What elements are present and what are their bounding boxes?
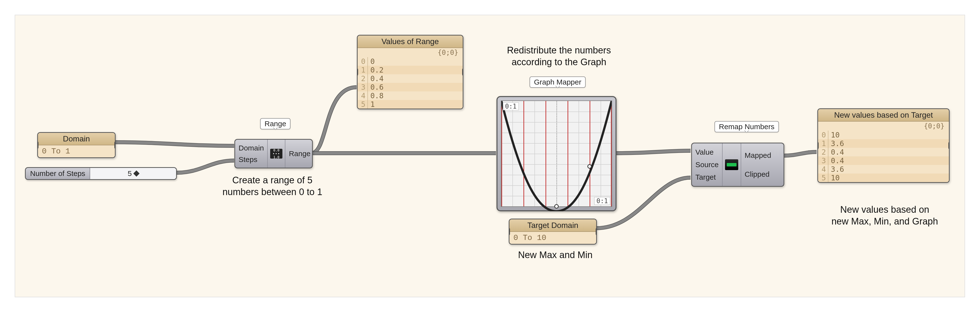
target-annotation: New Max and Min — [506, 249, 604, 261]
target-domain-title: Target Domain — [509, 220, 596, 232]
list-item: 51 — [358, 100, 463, 108]
panel-grip-right[interactable] — [948, 141, 950, 150]
graph-handle[interactable] — [587, 164, 592, 169]
range-center: 0.0 ••• 1.0 — [267, 140, 285, 168]
list-item: 10.2 — [358, 66, 463, 74]
values-panel-title: Values of Range — [358, 35, 463, 48]
range-annotation: Create a range of 5 numbers between 0 to… — [209, 175, 336, 198]
domain-panel-value: 0 To 1 — [38, 145, 115, 158]
remap-output-clipped[interactable]: Clipped — [745, 170, 771, 178]
graph-x-tag: 0:1 — [503, 102, 519, 110]
range-component[interactable]: Domain Steps 0.0 ••• 1.0 Range — [234, 139, 313, 169]
output-panel[interactable]: New values based on Target {0;0} 010 13.… — [817, 108, 950, 183]
slider-handle-icon[interactable] — [133, 170, 139, 177]
graph-handle[interactable] — [554, 204, 559, 209]
graph-mapper-label-bubble: Graph Mapper — [530, 76, 585, 88]
remap-output-mapped[interactable]: Mapped — [745, 151, 771, 159]
range-label-bubble: Range — [260, 118, 291, 129]
values-panel[interactable]: Values of Range {0;0} 00 10.2 20.4 30.6 … — [357, 35, 463, 109]
domain-panel-title: Domain — [38, 133, 115, 145]
output-panel-rows: 010 13.6 20.4 30.4 43.6 510 — [818, 131, 949, 182]
output-panel-title: New values based on Target — [818, 109, 949, 121]
steps-slider-label: Number of Steps — [26, 168, 90, 179]
panel-grip-right[interactable] — [115, 141, 116, 150]
list-item: 20.4 — [358, 74, 463, 83]
graph-annotation: Redistribute the numbers according to th… — [494, 45, 624, 68]
grasshopper-canvas[interactable]: .wire { fill:none; stroke:#888; stroke-w… — [15, 15, 965, 297]
steps-slider[interactable]: Number of Steps 5 — [25, 167, 177, 180]
steps-slider-value: 5 — [127, 169, 132, 178]
remap-input-value[interactable]: Value — [695, 148, 719, 156]
list-item: 30.4 — [818, 156, 949, 165]
list-item: 30.6 — [358, 83, 463, 91]
range-input-domain[interactable]: Domain — [239, 144, 264, 152]
graph-mapper-component[interactable]: 0:1 0:1 — [496, 96, 617, 211]
panel-grip-left[interactable] — [357, 68, 358, 76]
steps-slider-track[interactable]: 5 — [90, 168, 176, 179]
graph-mapper-label-text: Graph Mapper — [534, 78, 581, 86]
graph-curve — [501, 101, 612, 211]
list-item: 00 — [358, 57, 463, 66]
panel-grip-left[interactable] — [509, 227, 510, 236]
remap-center — [722, 143, 741, 186]
panel-grip-left[interactable] — [817, 141, 819, 150]
list-item: 43.6 — [818, 165, 949, 174]
range-outputs: Range — [285, 140, 314, 168]
target-domain-value: 0 To 10 — [509, 232, 596, 244]
remap-inputs: Value Source Target — [692, 143, 722, 186]
remap-outputs: Mapped Clipped — [741, 143, 775, 186]
output-panel-path: {0;0} — [818, 121, 949, 131]
values-panel-path: {0;0} — [358, 48, 463, 57]
range-icon: 0.0 ••• 1.0 — [270, 149, 282, 159]
list-item: 010 — [818, 131, 949, 139]
range-input-steps[interactable]: Steps — [239, 155, 264, 164]
values-panel-rows: 00 10.2 20.4 30.6 40.8 51 — [358, 57, 463, 108]
remap-input-source[interactable]: Source — [695, 161, 719, 169]
range-label-text: Range — [264, 119, 286, 128]
list-item: 510 — [818, 174, 949, 182]
range-inputs: Domain Steps — [235, 140, 267, 168]
remap-label-bubble: Remap Numbers — [714, 121, 779, 132]
target-domain-panel[interactable]: Target Domain 0 To 10 — [509, 219, 597, 245]
remap-label-text: Remap Numbers — [719, 123, 775, 131]
panel-grip-left[interactable] — [37, 141, 38, 150]
list-item: 20.4 — [818, 148, 949, 156]
remap-component[interactable]: Value Source Target Mapped Clipped — [691, 143, 784, 187]
graph-y-tag: 0:1 — [594, 197, 610, 205]
panel-grip-right[interactable] — [596, 227, 597, 236]
panel-grip-right[interactable] — [462, 68, 463, 76]
domain-panel[interactable]: Domain 0 To 1 — [37, 132, 116, 158]
output-annotation: New values based on new Max, Min, and Gr… — [816, 204, 953, 227]
remap-icon — [725, 159, 738, 170]
list-item: 40.8 — [358, 91, 463, 100]
graph-area[interactable]: 0:1 0:1 — [501, 100, 612, 207]
remap-input-target[interactable]: Target — [695, 173, 719, 181]
list-item: 13.6 — [818, 139, 949, 148]
range-output-range[interactable]: Range — [289, 150, 310, 158]
